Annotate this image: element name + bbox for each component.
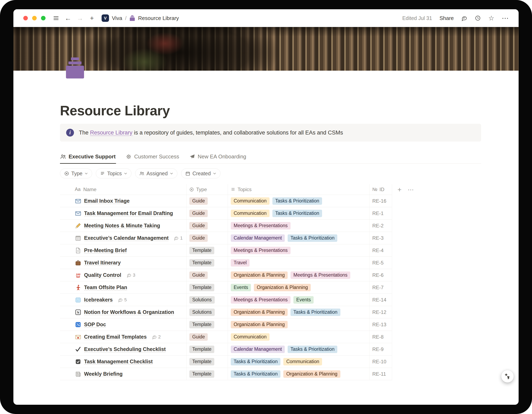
breadcrumb-page[interactable]: Resource Library [138, 15, 179, 21]
row-title[interactable]: Weekly Briefing [84, 371, 123, 377]
zoom-window-button[interactable] [41, 16, 46, 20]
comment-badge[interactable]: 5 [118, 297, 127, 302]
row-name-cell[interactable]: Task Management for Email Drafting [60, 207, 186, 219]
new-tab-button[interactable]: + [88, 15, 95, 21]
resource-library-link[interactable]: Resource Library [90, 130, 133, 136]
row-type-cell[interactable]: Guide [186, 195, 228, 207]
row-title[interactable]: Team Offsite Plan [84, 284, 127, 291]
row-title[interactable]: Task Management for Email Drafting [84, 210, 173, 216]
row-id-cell[interactable]: RE-8 [370, 331, 392, 343]
row-type-cell[interactable]: Guide [186, 269, 228, 281]
row-name-cell[interactable]: Weekly Briefing [60, 368, 186, 380]
row-title[interactable]: Meeting Notes & Minute Taking [84, 223, 160, 229]
row-id-cell[interactable]: RE-7 [370, 281, 392, 293]
row-title[interactable]: Executive’s Scheduling Checklist [84, 346, 166, 352]
row-type-cell[interactable]: Template [186, 319, 228, 330]
filter-topics[interactable]: Topics [96, 169, 132, 178]
row-title[interactable]: Pre-Meeting Brief [84, 247, 127, 253]
row-topics-cell[interactable]: EventsOrganization & Planning [228, 281, 370, 293]
header-type[interactable]: Type [186, 184, 228, 195]
row-id-cell[interactable]: RE-13 [370, 319, 392, 330]
row-name-cell[interactable]: Executive’s Calendar Management1 [60, 232, 186, 244]
row-topics-cell[interactable]: Calendar ManagementTasks & Prioritizatio… [228, 343, 370, 355]
forward-button[interactable]: → [76, 15, 84, 21]
row-type-cell[interactable]: Guide [186, 220, 228, 232]
page-icon-archive[interactable] [65, 57, 86, 78]
add-column-button[interactable]: + [398, 186, 402, 193]
row-topics-cell[interactable]: Travel [228, 257, 370, 269]
row-id-cell[interactable]: RE-6 [370, 269, 392, 281]
more-options-button[interactable]: ⋯ [502, 14, 509, 22]
row-type-cell[interactable]: Template [186, 368, 228, 380]
close-window-button[interactable] [23, 16, 28, 20]
comment-badge[interactable]: 3 [126, 273, 135, 278]
row-title[interactable]: Creating Email Templates [84, 334, 147, 340]
row-topics-cell[interactable]: Organization & Planning [228, 319, 370, 330]
breadcrumb-workspace[interactable]: Viva [112, 15, 122, 21]
share-button[interactable]: Share [439, 15, 454, 21]
row-topics-cell[interactable]: Organization & PlanningMeetings & Presen… [228, 269, 370, 281]
row-name-cell[interactable]: Task Management Checklist [60, 356, 186, 368]
row-name-cell[interactable]: NNotion for Workflows & Organization [60, 306, 186, 318]
row-title[interactable]: Executive’s Calendar Management [84, 235, 169, 241]
row-type-cell[interactable]: Guide [186, 207, 228, 219]
row-type-cell[interactable]: Guide [186, 331, 228, 343]
row-id-cell[interactable]: RE-12 [370, 306, 392, 318]
row-name-cell[interactable]: Team Offsite Plan [60, 281, 186, 293]
row-topics-cell[interactable]: Organization & PlanningTasks & Prioritiz… [228, 306, 370, 318]
workspace-icon[interactable]: V [102, 14, 109, 22]
tab-executive-support[interactable]: Executive Support [60, 152, 116, 164]
row-id-cell[interactable]: RE-14 [370, 294, 392, 306]
row-id-cell[interactable]: RE-1 [370, 207, 392, 219]
comment-badge[interactable]: 1 [174, 235, 182, 241]
row-topics-cell[interactable]: Tasks & PrioritizationCommunication [228, 356, 370, 368]
row-name-cell[interactable]: Meeting Notes & Minute Taking [60, 220, 186, 232]
row-topics-cell[interactable]: CommunicationTasks & Prioritization [228, 207, 370, 219]
row-topics-cell[interactable]: Meetings & Presentations [228, 220, 370, 232]
row-topics-cell[interactable]: Meetings & PresentationsEvents [228, 294, 370, 306]
row-topics-cell[interactable]: Tasks & PrioritizationOrganization & Pla… [228, 368, 370, 380]
tab-customer-success[interactable]: Customer Success [125, 152, 180, 164]
comment-badge[interactable]: 2 [152, 334, 161, 340]
row-title[interactable]: Task Management Checklist [84, 358, 153, 365]
row-type-cell[interactable]: Template [186, 281, 228, 293]
row-id-cell[interactable]: RE-11 [370, 368, 392, 380]
row-topics-cell[interactable]: CommunicationTasks & Prioritization [228, 195, 370, 207]
row-id-cell[interactable]: RE-4 [370, 244, 392, 256]
ai-assistant-button[interactable] [501, 370, 514, 383]
filter-type[interactable]: Type [60, 169, 92, 178]
filter-created[interactable]: Created [181, 169, 220, 178]
row-title[interactable]: Icebreakers [84, 297, 113, 303]
row-id-cell[interactable]: RE-3 [370, 232, 392, 244]
header-topics[interactable]: Topics [228, 184, 370, 195]
row-topics-cell[interactable]: Calendar ManagementTasks & Prioritizatio… [228, 232, 370, 244]
row-type-cell[interactable]: Template [186, 356, 228, 368]
row-id-cell[interactable]: RE-10 [370, 356, 392, 368]
filter-assigned[interactable]: Assigned [135, 169, 177, 178]
row-id-cell[interactable]: RE-16 [370, 195, 392, 207]
row-id-cell[interactable]: RE-9 [370, 343, 392, 355]
row-title[interactable]: Email Inbox Triage [84, 198, 130, 204]
row-type-cell[interactable]: Solutions [186, 294, 228, 306]
row-type-cell[interactable]: Template [186, 257, 228, 269]
row-type-cell[interactable]: Template [186, 244, 228, 256]
row-type-cell[interactable]: Guide [186, 232, 228, 244]
row-topics-cell[interactable]: Meetings & Presentations [228, 244, 370, 256]
row-name-cell[interactable]: Pre-Meeting Brief [60, 244, 186, 256]
history-button[interactable] [475, 15, 481, 21]
minimize-window-button[interactable] [32, 16, 37, 20]
row-name-cell[interactable]: 100Quality Control3 [60, 269, 186, 281]
tab-new-ea-onboarding[interactable]: New EA Onboarding [189, 152, 247, 164]
row-name-cell[interactable]: Icebreakers5 [60, 294, 186, 306]
header-id[interactable]: № ID [370, 184, 392, 195]
row-title[interactable]: SOP Doc [84, 321, 106, 328]
row-title[interactable]: Travel Itinerary [84, 260, 121, 266]
row-title[interactable]: Notion for Workflows & Organization [84, 309, 174, 315]
row-id-cell[interactable]: RE-5 [370, 257, 392, 269]
comments-button[interactable] [461, 15, 467, 21]
header-name[interactable]: Aa Name [60, 184, 186, 195]
back-button[interactable]: ← [65, 15, 72, 21]
table-options-button[interactable]: ⋯ [408, 186, 414, 193]
row-name-cell[interactable]: Creating Email Templates2 [60, 331, 186, 343]
row-name-cell[interactable]: Executive’s Scheduling Checklist [60, 343, 186, 355]
